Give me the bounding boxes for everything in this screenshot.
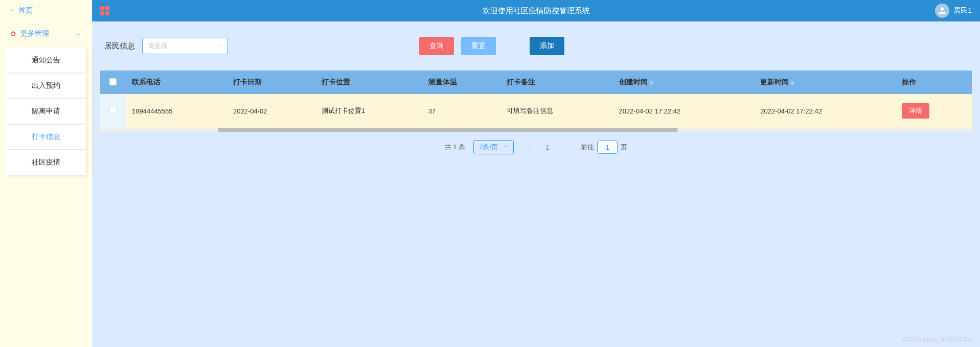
select-placeholder: 请选择 [148, 41, 168, 51]
sort-icon: ◆ [649, 79, 653, 85]
cell-date: 2022-04-02 [227, 94, 315, 128]
prev-page[interactable]: 〈 [522, 143, 534, 152]
select-all-checkbox[interactable] [109, 78, 117, 85]
search-button[interactable]: 查询 [419, 37, 454, 55]
cell-location: 测试打卡位置1 [315, 94, 422, 128]
home-icon: ⌂ [10, 7, 14, 15]
resident-select[interactable]: 请选择 ﹀ [142, 38, 228, 54]
sidebar-item-checkin[interactable]: 打卡信息 [6, 125, 86, 149]
user-menu[interactable]: 居民1 [935, 4, 972, 18]
goto-suffix: 页 [621, 143, 627, 152]
chevron-down-icon: ﹀ [503, 144, 508, 151]
add-button[interactable]: 添加 [530, 37, 564, 55]
sidebar-home[interactable]: ⌂ 首页 [0, 0, 92, 21]
table-row: 18944445555 2022-04-02 测试打卡位置1 37 可填写备注信… [100, 94, 972, 128]
gear-icon: ✿ [10, 30, 16, 38]
filter-label: 居民信息 [104, 41, 135, 51]
col-location: 打卡位置 [315, 71, 422, 94]
reset-button[interactable]: 重置 [461, 37, 496, 55]
cell-phone: 18944445555 [126, 94, 227, 128]
cell-updated: 2022-04-02 17:22:42 [754, 94, 896, 128]
total-count: 共 1 条 [445, 143, 465, 152]
col-updated[interactable]: 更新时间◆ [754, 71, 896, 94]
sidebar-item-notice[interactable]: 通知公告 [6, 48, 86, 73]
page-number[interactable]: 1 [542, 144, 552, 151]
cell-remark: 可填写备注信息 [500, 94, 613, 128]
chevron-down-icon: ﹀ [217, 42, 222, 50]
cell-created: 2022-04-02 17:22:42 [613, 94, 755, 128]
next-page[interactable]: 〉 [560, 143, 573, 152]
sidebar: ⌂ 首页 ✿ 更多管理 ︿ 通知公告 出入预约 隔离申请 打卡信息 社区疫情 [0, 0, 92, 347]
grid-menu-icon[interactable] [100, 6, 109, 15]
sidebar-more-label: 更多管理 [20, 29, 49, 38]
sidebar-more[interactable]: ✿ 更多管理 ︿ [0, 21, 92, 46]
detail-button[interactable]: 详情 [902, 103, 929, 119]
sort-icon: ◆ [790, 79, 794, 85]
row-checkbox[interactable] [109, 107, 117, 114]
username: 居民1 [953, 6, 972, 15]
avatar [935, 4, 949, 18]
sidebar-item-quarantine[interactable]: 隔离申请 [6, 99, 86, 124]
cell-temp: 37 [422, 94, 500, 128]
pagination: 共 1 条 7条/页 ﹀ 〈 1 〉 前往 页 [100, 132, 972, 163]
filter-row: 居民信息 请选择 ﹀ 查询 重置 添加 [100, 37, 972, 71]
goto-input[interactable] [597, 141, 618, 154]
data-table: 联系电话 打卡日期 打卡位置 测量体温 打卡备注 创建时间◆ 更新时间◆ 操作 … [100, 71, 972, 128]
sidebar-item-access[interactable]: 出入预约 [6, 74, 86, 98]
col-temp: 测量体温 [422, 71, 500, 94]
horizontal-scrollbar[interactable] [100, 128, 972, 132]
page-title: 欢迎使用社区疫情防控管理系统 [483, 6, 590, 16]
col-action: 操作 [896, 71, 972, 94]
chevron-up-icon: ︿ [76, 30, 82, 38]
sidebar-home-label: 首页 [18, 6, 33, 15]
col-remark: 打卡备注 [500, 71, 613, 94]
sidebar-item-community[interactable]: 社区疫情 [6, 150, 86, 175]
topbar: 欢迎使用社区疫情防控管理系统 居民1 [92, 0, 980, 21]
scrollbar-thumb[interactable] [218, 128, 678, 132]
col-date: 打卡日期 [227, 71, 315, 94]
col-phone: 联系电话 [126, 71, 227, 94]
page-size-select[interactable]: 7条/页 ﹀ [473, 140, 514, 154]
watermark: CSDN @qq_834251331 [902, 335, 974, 343]
goto-prefix: 前往 [581, 143, 594, 152]
col-created[interactable]: 创建时间◆ [613, 71, 755, 94]
